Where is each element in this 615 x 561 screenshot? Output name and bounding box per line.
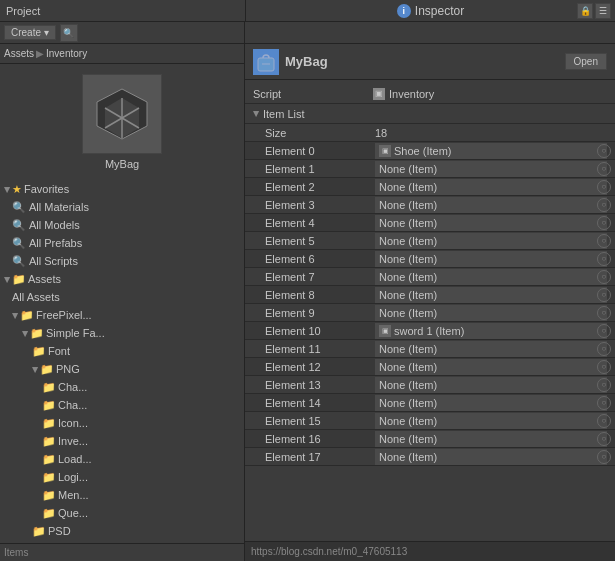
cha1-label: Cha... [58, 381, 87, 393]
element-circle-btn-2[interactable]: ○ [597, 180, 611, 194]
font-folder[interactable]: 📁 Font [0, 342, 244, 360]
inve-folder[interactable]: 📁 Inve... [0, 432, 244, 450]
que-folder[interactable]: 📁 Que... [0, 504, 244, 522]
element-value-11[interactable]: None (Item) [375, 341, 607, 357]
asset-icon[interactable] [82, 74, 162, 154]
element-circle-btn-1[interactable]: ○ [597, 162, 611, 176]
element-circle-btn-15[interactable]: ○ [597, 414, 611, 428]
search-icon[interactable]: 🔍 [60, 24, 78, 42]
element-value-6[interactable]: None (Item) [375, 251, 607, 267]
element-value-13[interactable]: None (Item) [375, 377, 607, 393]
fp-tri: ▶ [11, 312, 20, 318]
inspector-tab[interactable]: i Inspector 🔒 ☰ [245, 0, 615, 21]
element-row-10: Element 10▣sword 1 (Item)○ [245, 322, 615, 340]
item-list-header[interactable]: ▶ Item List [245, 104, 615, 124]
cha1-folder[interactable]: 📁 Cha... [0, 378, 244, 396]
element-circle-btn-5[interactable]: ○ [597, 234, 611, 248]
element-value-16[interactable]: None (Item) [375, 431, 607, 447]
item-icon-0: ▣ [379, 145, 391, 157]
que-icon: 📁 [42, 507, 56, 520]
element-value-4[interactable]: None (Item) [375, 215, 607, 231]
fav-all-models[interactable]: 🔍 All Models [0, 216, 244, 234]
element-label-5: Element 5 [265, 235, 375, 247]
element-value-8[interactable]: None (Item) [375, 287, 607, 303]
element-circle-btn-0[interactable]: ○ [597, 144, 611, 158]
element-label-11: Element 11 [265, 343, 375, 355]
open-button[interactable]: Open [565, 53, 607, 70]
search-small-icon3: 🔍 [12, 237, 26, 250]
fav-prefabs-label: All Prefabs [29, 237, 82, 249]
fav-all-prefabs[interactable]: 🔍 All Prefabs [0, 234, 244, 252]
element-text-4: None (Item) [379, 217, 437, 229]
inve-label: Inve... [58, 435, 88, 447]
menu-icon[interactable]: ☰ [595, 3, 611, 19]
element-circle-btn-4[interactable]: ○ [597, 216, 611, 230]
size-label: Size [265, 127, 375, 139]
simplefa-folder[interactable]: ▶ 📁 Simple Fa... [0, 324, 244, 342]
freepixel-folder[interactable]: ▶ 📁 FreePixel... [0, 306, 244, 324]
element-label-12: Element 12 [265, 361, 375, 373]
element-value-5[interactable]: None (Item) [375, 233, 607, 249]
element-text-9: None (Item) [379, 307, 437, 319]
png-folder[interactable]: ▶ 📁 PNG [0, 360, 244, 378]
element-value-14[interactable]: None (Item) [375, 395, 607, 411]
element-circle-btn-7[interactable]: ○ [597, 270, 611, 284]
element-value-2[interactable]: None (Item) [375, 179, 607, 195]
top-bar: Project i Inspector 🔒 ☰ [0, 0, 615, 22]
icon-folder[interactable]: 📁 Icon... [0, 414, 244, 432]
element-circle-btn-9[interactable]: ○ [597, 306, 611, 320]
element-label-17: Element 17 [265, 451, 375, 463]
lock-icon[interactable]: 🔒 [577, 3, 593, 19]
favorites-header[interactable]: ▶ ★ Favorites [0, 180, 244, 198]
element-value-1[interactable]: None (Item) [375, 161, 607, 177]
element-circle-btn-17[interactable]: ○ [597, 450, 611, 464]
element-value-0[interactable]: ▣Shoe (Item) [375, 143, 607, 159]
element-circle-btn-3[interactable]: ○ [597, 198, 611, 212]
element-circle-btn-16[interactable]: ○ [597, 432, 611, 446]
element-circle-btn-8[interactable]: ○ [597, 288, 611, 302]
element-value-15[interactable]: None (Item) [375, 413, 607, 429]
element-circle-btn-6[interactable]: ○ [597, 252, 611, 266]
load-icon: 📁 [42, 453, 56, 466]
inspector-tab-label: Inspector [415, 4, 464, 18]
breadcrumb-assets[interactable]: Assets [4, 48, 34, 59]
element-row-4: Element 4None (Item)○ [245, 214, 615, 232]
psd-folder[interactable]: 📁 PSD [0, 522, 244, 540]
element-label-4: Element 4 [265, 217, 375, 229]
element-label-9: Element 9 [265, 307, 375, 319]
breadcrumb-inventory[interactable]: Inventory [46, 48, 87, 59]
element-circle-btn-13[interactable]: ○ [597, 378, 611, 392]
cha2-label: Cha... [58, 399, 87, 411]
cha2-folder[interactable]: 📁 Cha... [0, 396, 244, 414]
script-icon: ▣ [373, 88, 385, 100]
element-value-17[interactable]: None (Item) [375, 449, 607, 465]
toolbar-left: Create ▾ 🔍 [0, 22, 245, 43]
fav-all-scripts[interactable]: 🔍 All Scripts [0, 252, 244, 270]
png-label: PNG [56, 363, 80, 375]
element-text-10: sword 1 (Item) [394, 325, 464, 337]
logi-folder[interactable]: 📁 Logi... [0, 468, 244, 486]
element-text-14: None (Item) [379, 397, 437, 409]
load-folder[interactable]: 📁 Load... [0, 450, 244, 468]
element-row-8: Element 8None (Item)○ [245, 286, 615, 304]
search-small-icon: 🔍 [12, 201, 26, 214]
search-small-icon4: 🔍 [12, 255, 26, 268]
element-circle-btn-10[interactable]: ○ [597, 324, 611, 338]
element-value-7[interactable]: None (Item) [375, 269, 607, 285]
assets-header[interactable]: ▶ 📁 Assets [0, 270, 244, 288]
mybag-icon [253, 49, 279, 75]
mybag-title: MyBag [285, 54, 559, 69]
element-value-9[interactable]: None (Item) [375, 305, 607, 321]
element-circle-btn-11[interactable]: ○ [597, 342, 611, 356]
element-circle-btn-12[interactable]: ○ [597, 360, 611, 374]
element-value-10[interactable]: ▣sword 1 (Item) [375, 323, 607, 339]
element-circle-btn-14[interactable]: ○ [597, 396, 611, 410]
element-value-3[interactable]: None (Item) [375, 197, 607, 213]
element-value-12[interactable]: None (Item) [375, 359, 607, 375]
create-button[interactable]: Create ▾ [4, 25, 56, 40]
fav-all-materials[interactable]: 🔍 All Materials [0, 198, 244, 216]
men-folder[interactable]: 📁 Men... [0, 486, 244, 504]
project-tab[interactable]: Project [0, 0, 245, 21]
all-assets[interactable]: All Assets [0, 288, 244, 306]
inspector-panel: MyBag Open Script ▣ Inventory ▶ Item Lis… [245, 44, 615, 561]
